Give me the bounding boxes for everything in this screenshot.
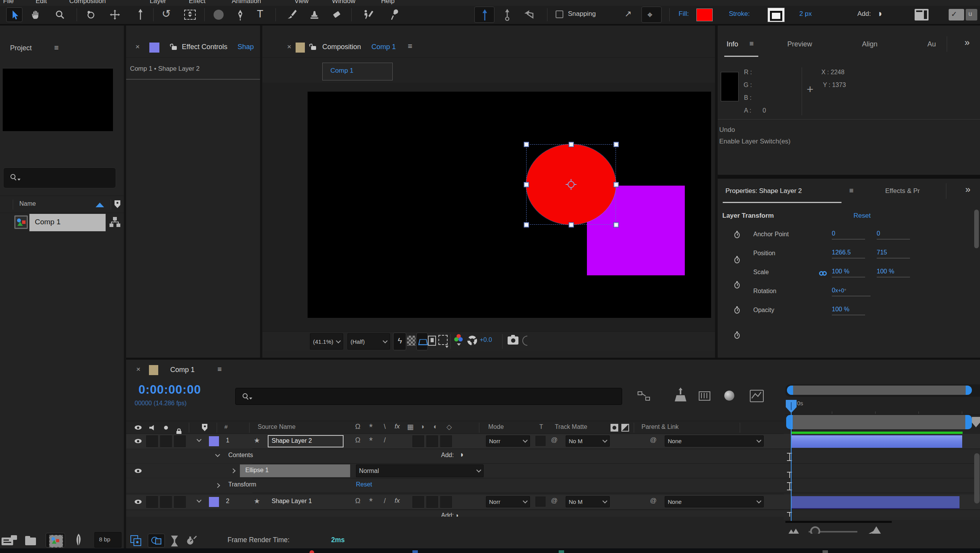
selection-handle[interactable]: [524, 222, 529, 227]
comp-marker-bin[interactable]: [972, 417, 980, 427]
menu-help[interactable]: Help: [381, 0, 395, 5]
render-queue-icon[interactable]: [675, 391, 686, 401]
mask-visibility-button[interactable]: [428, 336, 436, 346]
more-panels-icon[interactable]: »: [965, 37, 970, 48]
panel-menu-icon[interactable]: ≡: [749, 39, 754, 48]
threed-column-icon[interactable]: ◇: [446, 423, 452, 431]
track-matte-column-header[interactable]: Track Matte: [555, 423, 587, 430]
effect-controls-layer-link[interactable]: Shap: [238, 43, 254, 51]
exposure-reset-icon[interactable]: [467, 336, 477, 345]
parent-pickwhip-icon[interactable]: @: [650, 436, 657, 444]
layer-row-2[interactable]: 2 ★ Shape Layer 1 Ω * / fx Norr @ No M @…: [126, 495, 980, 509]
close-panel-icon[interactable]: ×: [136, 365, 140, 374]
show-snapshot-icon[interactable]: [522, 336, 527, 346]
clone-stamp-tool[interactable]: [309, 9, 320, 20]
puppet-pin-tool[interactable]: [389, 8, 400, 20]
workspace-chooser-icon[interactable]: ✓: [949, 9, 964, 20]
region-of-interest-tool[interactable]: [184, 10, 196, 20]
parent-pickwhip-icon[interactable]: @: [650, 497, 657, 505]
layer-twirl-icon[interactable]: [197, 498, 202, 503]
anchor-point-indicator[interactable]: [568, 181, 575, 188]
alpha-matte-icon[interactable]: [611, 424, 618, 432]
audio-column-icon[interactable]: [149, 425, 156, 430]
sort-ascending-icon[interactable]: [96, 203, 104, 207]
switch-well[interactable]: [440, 435, 452, 447]
pan-behind-tool[interactable]: [110, 10, 120, 20]
switch-well[interactable]: [426, 496, 438, 508]
shape-arrow-tool[interactable]: [136, 9, 145, 20]
stopwatch-icon[interactable]: [734, 282, 740, 288]
selection-handle[interactable]: [614, 182, 619, 187]
anchor-y-value[interactable]: 0: [877, 230, 910, 239]
close-panel-icon[interactable]: ×: [135, 43, 140, 51]
selection-handle[interactable]: [614, 222, 619, 227]
add-property-button[interactable]: ◗: [460, 450, 464, 459]
solo-toggle-well[interactable]: [160, 496, 172, 508]
workspace-panel-icon[interactable]: [915, 9, 929, 20]
transparency-grid-button[interactable]: [407, 336, 416, 346]
comp-viewer-tab[interactable]: Comp 1: [322, 63, 393, 80]
crop-region-button[interactable]: [438, 335, 448, 345]
ellipse-tool[interactable]: [214, 10, 224, 20]
track-matte-dropdown[interactable]: No M: [566, 496, 610, 507]
layer-name[interactable]: Shape Layer 1: [272, 498, 312, 505]
lock-icon[interactable]: [311, 46, 316, 50]
panel-menu-icon[interactable]: ≡: [217, 365, 222, 374]
delete-item-icon[interactable]: [74, 534, 84, 546]
link-scale-icon[interactable]: [819, 271, 829, 276]
info-tab[interactable]: Info: [727, 40, 738, 48]
layer-duration-bar[interactable]: [792, 435, 962, 448]
ellipse-name-cell[interactable]: Ellipse 1: [240, 464, 350, 477]
eraser-tool[interactable]: [331, 9, 342, 20]
timeline-hscroll[interactable]: [785, 521, 892, 523]
time-ruler[interactable]: 0s 00:15s: [785, 397, 980, 415]
taskbar-icon[interactable]: [310, 550, 314, 553]
stopwatch-icon[interactable]: [734, 257, 740, 263]
in-out-panels-icon[interactable]: [170, 536, 180, 546]
transform-reset-link[interactable]: Reset: [356, 481, 372, 488]
timeline-scrollbar[interactable]: [974, 453, 980, 504]
position-y-value[interactable]: 715: [877, 249, 910, 258]
collapse-column-icon[interactable]: *: [369, 422, 373, 433]
anchor-x-value[interactable]: 0: [832, 230, 865, 239]
ellipse-twirl-icon[interactable]: [231, 468, 236, 473]
resolution-dropdown[interactable]: (Half): [347, 333, 390, 350]
bit-depth-button[interactable]: 8 bp: [94, 532, 121, 548]
snap-arrow-icon[interactable]: ↗: [624, 9, 631, 19]
video-column-icon[interactable]: [135, 425, 142, 430]
snap-options-button[interactable]: ⌖: [641, 7, 662, 23]
timeline-tab[interactable]: Comp 1: [170, 366, 195, 374]
add-shape-button[interactable]: ◗: [877, 8, 883, 19]
flowchart-icon[interactable]: [109, 217, 120, 228]
roto-brush-tool[interactable]: [362, 9, 374, 20]
layer-video-toggle[interactable]: [135, 500, 142, 504]
lock-icon[interactable]: [172, 46, 177, 50]
menu-window[interactable]: Window: [332, 0, 355, 5]
layer-label-swatch[interactable]: [209, 436, 219, 446]
pen-tool[interactable]: [235, 9, 245, 20]
matte-pickwhip-icon[interactable]: @: [551, 497, 558, 505]
parent-link-column-header[interactable]: Parent & Link: [641, 423, 679, 430]
stopwatch-icon[interactable]: [734, 232, 740, 238]
frame-blending-icon[interactable]: [699, 391, 710, 401]
layer-video-toggle[interactable]: [135, 439, 142, 443]
work-area-bar[interactable]: [786, 415, 972, 429]
fx-switch[interactable]: fx: [395, 497, 400, 505]
stroke-label[interactable]: Stroke:: [729, 10, 750, 18]
track-matte-dropdown[interactable]: No M: [566, 435, 610, 447]
opacity-value[interactable]: 100 %: [832, 306, 865, 315]
selection-tool[interactable]: [6, 7, 22, 22]
quality-switch[interactable]: /: [384, 436, 386, 444]
align-tab[interactable]: Align: [862, 40, 877, 48]
transform-row[interactable]: Transform Reset: [126, 478, 980, 493]
menu-edit[interactable]: Edit: [36, 0, 47, 5]
layer-twirl-icon[interactable]: [197, 437, 202, 442]
selection-handle[interactable]: [569, 222, 574, 227]
brush-tool[interactable]: [286, 9, 297, 20]
audio-tab[interactable]: Au: [927, 40, 936, 48]
mode-column-header[interactable]: Mode: [488, 423, 504, 430]
preserve-transparency-well[interactable]: [535, 497, 546, 507]
layer-row-1[interactable]: 1 ★ Shape Layer 2 Ω * / Norr @ No M @ No…: [126, 434, 980, 449]
solo-toggle-well[interactable]: [160, 435, 172, 447]
ellipse-blend-mode-dropdown[interactable]: Normal: [356, 464, 484, 477]
